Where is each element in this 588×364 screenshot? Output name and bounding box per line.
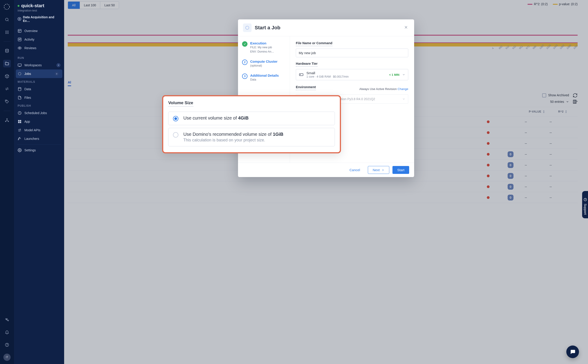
svg-point-23: [18, 87, 21, 89]
hw-time-badge: < 1 MIN: [389, 73, 400, 77]
volume-size-label: Volume Size: [168, 100, 193, 107]
sidebar-item-scheduled-jobs[interactable]: Scheduled Jobs: [14, 109, 64, 117]
job-icon: [243, 23, 252, 32]
svg-rect-9: [7, 33, 7, 34]
chevron-down-icon: [402, 73, 405, 76]
user-badge[interactable]: IT: [3, 354, 11, 361]
bell-icon[interactable]: [3, 328, 11, 336]
sidebar-item-data[interactable]: Data: [14, 85, 64, 93]
next-button[interactable]: Next: [368, 166, 389, 174]
section-label-publish: PUBLISH: [14, 102, 64, 109]
target-icon: [18, 17, 21, 21]
svg-rect-26: [20, 120, 21, 121]
step-additional-details[interactable]: 3Additional DetailsData: [242, 73, 286, 82]
sidebar-item-workspaces[interactable]: Workspaces: [14, 61, 64, 70]
help-icon[interactable]: [3, 341, 11, 349]
tag-icon[interactable]: [3, 98, 11, 105]
svg-rect-28: [20, 122, 21, 123]
icon-rail: IT: [0, 0, 14, 364]
svg-rect-3: [7, 31, 7, 31]
nodes-icon[interactable]: [3, 116, 11, 124]
radio-unselected-icon: [173, 132, 178, 137]
sidebar-item-overview[interactable]: Overview: [14, 27, 64, 35]
svg-rect-6: [7, 32, 7, 33]
sidebar-item-activity[interactable]: Activity: [14, 35, 64, 44]
sidebar-item-settings[interactable]: Settings: [14, 146, 64, 155]
svg-point-17: [7, 346, 7, 346]
chevron-right-icon: [56, 63, 60, 67]
cancel-button[interactable]: Cancel: [345, 166, 365, 174]
file-command-input[interactable]: [296, 48, 408, 57]
svg-rect-2: [5, 31, 6, 31]
radio-selected-icon: [173, 116, 178, 121]
sidebar-item-model-apis[interactable]: Model APIs: [14, 126, 64, 134]
volume-option-recommended[interactable]: Use Domino's recommended volume size of …: [168, 128, 335, 146]
svg-point-20: [19, 48, 20, 49]
svg-rect-25: [18, 120, 20, 121]
svg-point-1: [5, 18, 8, 21]
svg-point-31: [246, 26, 249, 30]
svg-point-14: [5, 121, 6, 122]
svg-point-12: [6, 100, 7, 101]
svg-rect-32: [299, 73, 303, 76]
chat-fab[interactable]: [566, 345, 579, 358]
sidebar-item-app[interactable]: App: [14, 117, 64, 126]
volume-option-current[interactable]: Use current volume size of 4GiB: [168, 112, 335, 125]
folder-icon[interactable]: [3, 60, 11, 67]
svg-rect-8: [5, 33, 6, 34]
svg-rect-18: [18, 29, 21, 32]
svg-point-29: [19, 150, 20, 151]
svg-rect-27: [18, 122, 20, 123]
file-command-label: File Name or Command: [296, 41, 332, 46]
svg-rect-10: [8, 33, 9, 34]
sidebar: quick-start integration-test Data Acquis…: [14, 0, 64, 364]
cube-icon[interactable]: [3, 72, 11, 80]
support-tab[interactable]: Support: [582, 191, 588, 218]
hardware-tier-label: Hardware Tier: [296, 62, 317, 67]
wrench-icon[interactable]: [3, 316, 11, 323]
svg-rect-4: [8, 31, 9, 31]
app-logo: [3, 3, 11, 11]
change-env-link[interactable]: Change: [398, 87, 408, 91]
search-icon[interactable]: [3, 16, 11, 23]
svg-point-33: [300, 74, 301, 75]
main-content: All Last 100 Last 50 R^2: (0:2) p-value:…: [64, 0, 588, 364]
chevron-down-icon: [402, 98, 405, 101]
volume-size-callout: Volume Size Use current volume size of 4…: [162, 95, 341, 153]
check-icon: [242, 41, 247, 47]
svg-point-22: [18, 72, 21, 75]
project-subtitle: integration-test: [18, 9, 60, 12]
section-label-run: RUN: [14, 54, 64, 61]
database-icon[interactable]: [3, 47, 11, 55]
step-compute-cluster[interactable]: 2Compute Cluster(optional): [242, 59, 286, 68]
close-icon[interactable]: [404, 25, 409, 30]
svg-rect-5: [5, 32, 6, 33]
svg-point-0: [4, 4, 9, 9]
sidebar-item-reviews[interactable]: Reviews: [14, 44, 64, 52]
modal-title: Start a Job: [255, 25, 281, 31]
sidebar-item-launchers[interactable]: Launchers: [14, 134, 64, 143]
svg-point-13: [7, 119, 7, 119]
project-title: quick-start: [21, 3, 44, 8]
svg-point-15: [8, 121, 9, 122]
breadcrumb[interactable]: Data Acquisition and Ex…: [18, 15, 60, 23]
grid-icon[interactable]: [3, 28, 11, 36]
svg-point-11: [5, 49, 8, 50]
step-execution[interactable]: ExecutionFILE: My new jobENV: Domino An…: [242, 41, 286, 54]
sidebar-item-jobs[interactable]: Jobs+: [16, 70, 62, 78]
svg-rect-21: [18, 64, 21, 66]
section-label-materials: MATERIALS: [14, 78, 64, 85]
environment-label: Environment: [296, 85, 316, 90]
svg-rect-7: [8, 32, 9, 33]
add-icon[interactable]: +: [55, 72, 59, 76]
transfer-icon[interactable]: [3, 85, 11, 93]
status-dot-icon: [18, 5, 20, 7]
start-button[interactable]: Start: [393, 166, 409, 174]
hardware-tier-select[interactable]: Small1 core · 4 GiB RAM · $0.0017/min < …: [296, 69, 408, 80]
modal-overlay: Start a Job ExecutionFILE: My new jobENV…: [64, 0, 588, 364]
sidebar-item-files[interactable]: Files: [14, 93, 64, 102]
